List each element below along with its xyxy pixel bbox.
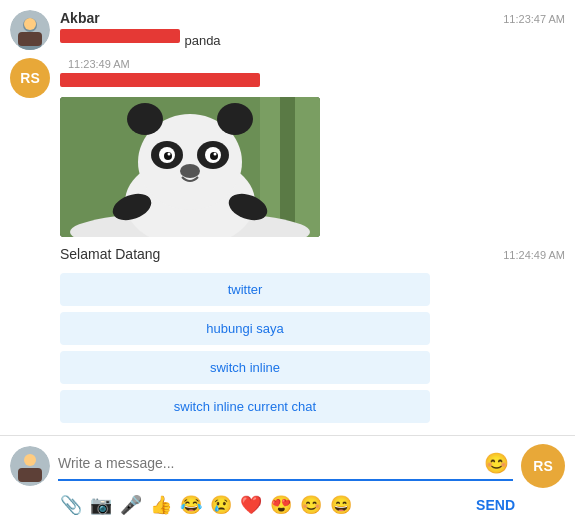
- emoji-toolbar: 📎 📷 🎤 👍 😂 😢 ❤️ 😍 😊 😄 SEND: [10, 488, 565, 518]
- mic-icon[interactable]: 🎤: [120, 494, 142, 516]
- panda-image: [60, 97, 320, 237]
- message-row-rs: RS 11:23:49 AM: [10, 58, 565, 237]
- timestamp-rs: 11:23:49 AM: [68, 58, 130, 70]
- redacted-bar-row: [60, 73, 565, 93]
- timestamp: 11:23:47 AM: [503, 13, 565, 25]
- svg-rect-26: [18, 468, 42, 482]
- message-text: panda: [184, 33, 220, 48]
- avatar-rs: RS: [10, 58, 50, 98]
- message-input-wrapper: 😊: [58, 451, 513, 481]
- smile-icon[interactable]: 😊: [300, 494, 322, 516]
- laughing-icon[interactable]: 😂: [180, 494, 202, 516]
- welcome-timestamp: 11:24:49 AM: [503, 249, 565, 261]
- svg-point-20: [168, 153, 171, 156]
- svg-rect-3: [18, 32, 42, 46]
- message-content-rs: 11:23:49 AM: [60, 58, 565, 237]
- action-buttons: twitter hubungi saya switch inline switc…: [60, 273, 565, 423]
- hubungi-saya-button[interactable]: hubungi saya: [60, 312, 430, 345]
- hearteyes-icon[interactable]: 😍: [270, 494, 292, 516]
- welcome-text: Selamat Datang: [60, 245, 160, 265]
- svg-point-27: [24, 454, 36, 466]
- switch-inline-current-chat-button[interactable]: switch inline current chat: [60, 390, 430, 423]
- attachment-icon[interactable]: 📎: [60, 494, 82, 516]
- thumbsup-icon[interactable]: 👍: [150, 494, 172, 516]
- svg-point-21: [214, 153, 217, 156]
- message-content: Akbar 11:23:47 AM panda: [60, 10, 565, 50]
- message-row: Akbar 11:23:47 AM panda: [10, 10, 565, 50]
- emoji-picker-button[interactable]: 😊: [480, 451, 513, 475]
- avatar-initials: RS: [20, 70, 39, 86]
- svg-point-13: [217, 103, 253, 135]
- input-avatar: [10, 446, 50, 486]
- redacted-bar-rs: [60, 73, 260, 87]
- send-button[interactable]: SEND: [476, 497, 565, 513]
- message-header: Akbar 11:23:47 AM: [60, 10, 565, 26]
- message-header-rs: 11:23:49 AM: [60, 58, 565, 70]
- chat-area: Akbar 11:23:47 AM panda RS 11:23:49 AM: [0, 0, 575, 435]
- avatar: [10, 10, 50, 50]
- welcome-row: Selamat Datang 11:24:49 AM twitter hubun…: [10, 245, 565, 429]
- message-input[interactable]: [58, 455, 480, 471]
- sender-name: Akbar: [60, 10, 100, 26]
- twitter-button[interactable]: twitter: [60, 273, 430, 306]
- switch-inline-button[interactable]: switch inline: [60, 351, 430, 384]
- input-area: 😊 RS 📎 📷 🎤 👍 😂 😢 ❤️ 😍 😊 😄 SEND: [0, 435, 575, 526]
- send-avatar-initials: RS: [533, 458, 552, 474]
- heart-icon[interactable]: ❤️: [240, 494, 262, 516]
- send-avatar: RS: [521, 444, 565, 488]
- svg-point-12: [127, 103, 163, 135]
- svg-point-22: [180, 164, 200, 178]
- svg-point-4: [24, 18, 36, 30]
- camera-icon[interactable]: 📷: [90, 494, 112, 516]
- redacted-bar: [60, 29, 180, 43]
- message-body: panda: [60, 29, 565, 50]
- welcome-content: Selamat Datang 11:24:49 AM twitter hubun…: [60, 245, 565, 429]
- crying-icon[interactable]: 😢: [210, 494, 232, 516]
- panda-image-container: [60, 97, 565, 237]
- svg-rect-8: [280, 97, 295, 237]
- input-row: 😊 RS: [10, 444, 565, 488]
- grin-icon[interactable]: 😄: [330, 494, 352, 516]
